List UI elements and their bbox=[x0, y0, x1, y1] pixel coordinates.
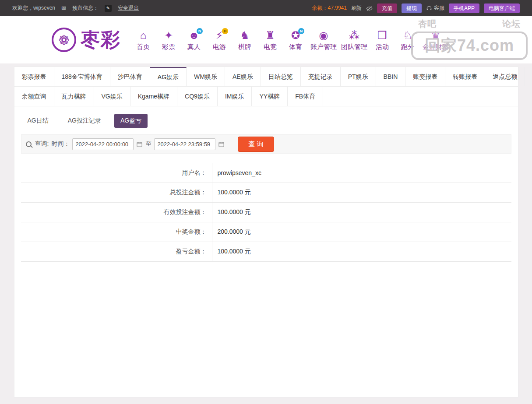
nav-item-live[interactable]: ☻N 真人 bbox=[181, 28, 207, 51]
headset-icon bbox=[426, 5, 432, 11]
watermark-left: 杏吧 bbox=[418, 18, 437, 30]
tab-kgame-chess[interactable]: Kgame棋牌 bbox=[130, 87, 177, 106]
team-manage-icon: ⁂ bbox=[341, 28, 367, 42]
calendar-icon-end[interactable] bbox=[218, 141, 225, 148]
tab-wm-entertainment[interactable]: WM娱乐 bbox=[187, 67, 225, 86]
row-label-total-bet: 总投注金额： bbox=[21, 183, 212, 202]
reserved-info-label: 预留信息： bbox=[72, 4, 99, 12]
row-value-total-bet: 100.0000 元 bbox=[212, 183, 251, 202]
balance-label: 余额： bbox=[312, 5, 328, 11]
table-row: 总投注金额： 100.0000 元 bbox=[21, 183, 511, 203]
tab-bbin[interactable]: BBIN bbox=[376, 67, 406, 86]
tab-ag-entertainment[interactable]: AG娱乐 bbox=[150, 67, 187, 86]
tab-ae-entertainment[interactable]: AE娱乐 bbox=[225, 67, 261, 86]
nav-item-egames[interactable]: ⚡H 电游 bbox=[207, 28, 232, 51]
tab-account-change-report[interactable]: 账变报表 bbox=[405, 67, 445, 86]
tab-yy-chess[interactable]: YY棋牌 bbox=[252, 87, 288, 106]
row-label-profit-loss: 盈亏金额： bbox=[21, 242, 212, 261]
nav-label: 活动 bbox=[372, 42, 393, 51]
tab-cq9-entertainment[interactable]: CQ9娱乐 bbox=[177, 87, 218, 106]
tab-daily-overview[interactable]: 日结总览 bbox=[261, 67, 301, 86]
table-row: 盈亏金额： 100.0000 元 bbox=[21, 242, 511, 262]
tab-deposit-withdraw-record[interactable]: 充提记录 bbox=[301, 67, 341, 86]
tab-balance-query[interactable]: 余额查询 bbox=[14, 87, 54, 106]
lottery-ticket-icon: ✦ bbox=[158, 28, 179, 42]
nav-label: 金鼎财富 bbox=[423, 42, 449, 51]
new-badge: N bbox=[298, 28, 304, 34]
nav-label: 彩票 bbox=[158, 42, 179, 51]
pc-client-button[interactable]: 电脑客户端 bbox=[484, 4, 520, 13]
row-value-profit-loss: 100.0000 元 bbox=[212, 242, 251, 261]
chess-icon: ♞ bbox=[234, 28, 255, 42]
time-label: 时间： bbox=[51, 140, 70, 148]
nav-label: 账户管理 bbox=[310, 42, 337, 51]
search-icon bbox=[26, 141, 32, 147]
start-time-input[interactable] bbox=[72, 138, 134, 150]
nav-item-home[interactable]: ⌂ 首页 bbox=[130, 28, 156, 51]
logo-text: 枣彩 bbox=[81, 27, 121, 53]
end-time-input[interactable] bbox=[154, 138, 215, 150]
tab-pt-entertainment[interactable]: PT娱乐 bbox=[341, 67, 376, 86]
site-header: ❁ 枣彩 ⌂ 首页 ✦ 彩票 ☻N 真人 ⚡H 电游 ♞ 棋牌 ♜ 电竞 ✪N bbox=[0, 16, 532, 63]
table-row: 有效投注金额： 100.0000 元 bbox=[21, 203, 511, 222]
tab-fb-sports[interactable]: FB体育 bbox=[288, 87, 323, 106]
nav-item-chess[interactable]: ♞ 棋牌 bbox=[232, 28, 257, 51]
eye-off-icon[interactable] bbox=[366, 4, 373, 11]
row-label-username: 用户名： bbox=[21, 163, 212, 183]
report-tabs-row1: 彩票报表 188金宝博体育 沙巴体育 AG娱乐 WM娱乐 AE娱乐 日结总览 充… bbox=[14, 67, 518, 87]
nav-label: 跑分 bbox=[397, 42, 418, 51]
nav-item-wealth[interactable]: ♛ 金鼎财富 bbox=[420, 28, 451, 51]
nav-item-paofen[interactable]: ♘ 跑分 bbox=[395, 28, 420, 51]
calendar-icon-start[interactable] bbox=[136, 141, 143, 148]
service-label: 客服 bbox=[434, 4, 444, 12]
nav-item-account-manage[interactable]: ◉ 账户管理 bbox=[308, 28, 339, 51]
query-button[interactable]: 查 询 bbox=[238, 137, 274, 152]
logout-link[interactable]: 安全退出 bbox=[118, 4, 139, 12]
customer-service[interactable]: 客服 bbox=[426, 4, 444, 12]
nav-label: 电游 bbox=[209, 42, 230, 51]
tab-saba-sports[interactable]: 沙巴体育 bbox=[110, 67, 150, 86]
nav-item-lottery[interactable]: ✦ 彩票 bbox=[156, 28, 181, 51]
subtab-ag-profit-loss[interactable]: AG盈亏 bbox=[114, 114, 148, 128]
edit-icon[interactable]: ✎ bbox=[105, 5, 112, 12]
query-label: 查询: bbox=[35, 140, 49, 148]
tab-vg-entertainment[interactable]: VG娱乐 bbox=[94, 87, 130, 106]
watermark-right: 论坛 bbox=[502, 18, 521, 30]
recharge-button[interactable]: 充值 bbox=[377, 4, 397, 13]
nav-label: 体育 bbox=[285, 42, 306, 51]
nav-label: 团队管理 bbox=[341, 42, 367, 51]
tab-rebate-total[interactable]: 返点总额 bbox=[485, 67, 525, 86]
run-score-icon: ♘ bbox=[397, 28, 418, 42]
wealth-icon: ♛ bbox=[423, 28, 449, 42]
between-label: 至 bbox=[145, 140, 151, 148]
nav-item-esports[interactable]: ♜ 电竞 bbox=[257, 28, 283, 51]
mail-icon[interactable]: ✉ bbox=[61, 5, 66, 11]
tab-wali-chess[interactable]: 瓦力棋牌 bbox=[54, 87, 94, 106]
egames-icon: ⚡H bbox=[209, 28, 230, 42]
subtab-ag-daily[interactable]: AG日结 bbox=[21, 114, 55, 128]
nav-item-team-manage[interactable]: ⁂ 团队管理 bbox=[339, 28, 370, 51]
profit-loss-table: 用户名： prowipseven_xc 总投注金额： 100.0000 元 有效… bbox=[21, 163, 511, 262]
refresh-link[interactable]: 刷新 bbox=[351, 4, 362, 12]
tab-transfer-report[interactable]: 转账报表 bbox=[445, 67, 485, 86]
withdraw-button[interactable]: 提现 bbox=[402, 4, 422, 13]
ag-subtabs: AG日结 AG投注记录 AG盈亏 bbox=[14, 106, 518, 128]
live-dealer-icon: ☻N bbox=[183, 28, 204, 42]
esports-icon: ♜ bbox=[260, 28, 281, 42]
mobile-app-button[interactable]: 手机APP bbox=[449, 4, 479, 13]
topbar-right: 余额：47.9941 刷新 充值 提现 客服 手机APP 电脑客户端 bbox=[312, 4, 520, 13]
nav-label: 首页 bbox=[133, 42, 154, 51]
search-bar: 查询: 时间： 至 查 询 bbox=[21, 134, 511, 154]
tab-188-sports[interactable]: 188金宝博体育 bbox=[54, 67, 110, 86]
topbar: 欢迎您，wipseven ✉ 预留信息： ✎ 安全退出 余额：47.9941 刷… bbox=[0, 0, 532, 16]
row-label-winning: 中奖金额： bbox=[21, 222, 212, 242]
tab-im-entertainment[interactable]: IM娱乐 bbox=[218, 87, 252, 106]
nav-item-activity[interactable]: ❒ 活动 bbox=[370, 28, 395, 51]
tab-lottery-report[interactable]: 彩票报表 bbox=[14, 67, 54, 86]
nav-item-sports[interactable]: ✪N 体育 bbox=[283, 28, 308, 51]
subtab-ag-bet-record[interactable]: AG投注记录 bbox=[62, 114, 107, 128]
table-row: 用户名： prowipseven_xc bbox=[21, 163, 511, 183]
home-icon: ⌂ bbox=[133, 28, 154, 42]
new-badge: N bbox=[197, 28, 203, 34]
site-logo[interactable]: ❁ 枣彩 bbox=[52, 27, 121, 53]
